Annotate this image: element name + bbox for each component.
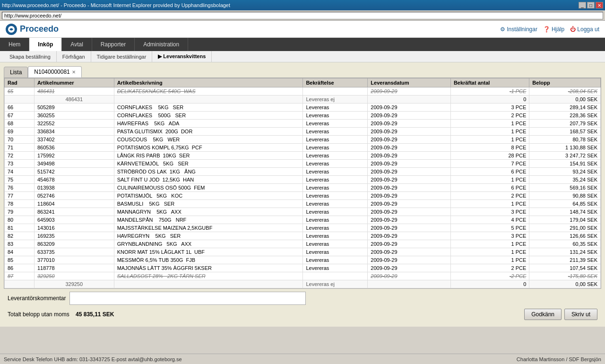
print-button[interactable]: Skriv ut [564,309,597,320]
cell-antal: 6 PCE [450,168,529,176]
cell-rad: 84 [5,248,35,256]
cell-artikelnummer: 169235 [34,232,114,240]
table-row: 68 322552 HAVREFRAS 5KG ADA Levereras 20… [5,120,601,128]
sub-nav-tidigare[interactable]: Tidigare beställningar [91,51,153,62]
cell-bekraftelse: Levereras [303,264,368,272]
cell-datum: 2009-09-29 [368,168,451,176]
cell-antal: 0 [450,280,529,288]
cell-belopp: 1 130,88 SEK [529,144,601,152]
cell-belopp: 148,74 SEK [529,208,601,216]
sub-nav-skapa[interactable]: Skapa beställning [4,51,57,62]
cell-datum: 2009-09-29 [368,160,451,168]
cell-rad: 82 [5,232,35,240]
cell-beskrivning: KÄRNVETEMJÖL 5KG SER [114,160,303,168]
leverantor-row: Leverantörskommentar [8,292,597,305]
cell-rad: 66 [5,104,35,112]
cell-artikelnummer: 118778 [34,264,114,272]
cell-belopp: 107,54 SEK [529,264,601,272]
logo-icon [6,24,17,35]
leverantor-input[interactable] [69,292,306,305]
sub-nav-leverans[interactable]: ▶ Leveranskvittens [152,51,212,62]
cell-datum: 2009-09-29 [368,224,451,232]
nav-bar: Hem Inköp Avtal Rapporter Administration [0,38,605,51]
nav-item-inkop[interactable]: Inköp [29,38,62,51]
nav-item-rapporter[interactable]: Rapporter [92,38,135,51]
cell-rad: 87 [5,272,35,280]
cell-artikelnummer: 336834 [34,128,114,136]
settings-icon: ⚙ [500,26,505,33]
cell-antal: 6 PCE [450,184,529,192]
address-input[interactable]: http://www.proceedo.net/ [2,12,603,19]
table-scroll[interactable]: Rad Artikelnummer Artikelbeskrivning Bek… [4,78,601,288]
content-area: Lista N1040000081 ✕ Rad Artikelnummer Ar… [0,62,605,327]
cell-belopp: 35,24 SEK [529,176,601,184]
table-row: 71 860536 POTATISMOS KOMPL 6,75KG PCF Le… [5,144,601,152]
table-row: 73 349498 KÄRNVETEMJÖL 5KG SER Levereras… [5,160,601,168]
logout-action[interactable]: ⏻ Logga ut [570,26,599,33]
cell-artikelnummer: 322552 [34,120,114,128]
cell-datum: 2009-09-29 [368,272,451,280]
cell-bekraftelse: Levereras [303,120,368,128]
nav-item-hem[interactable]: Hem [0,38,29,51]
help-icon: ❓ [543,26,550,33]
nav-item-avtal[interactable]: Avtal [62,38,92,51]
tab-lista-label: Lista [10,69,22,76]
window-controls[interactable]: _ □ ✕ [579,2,603,9]
table-row: 70 337402 COUSCOUS 5KG WER Levereras 200… [5,136,601,144]
cell-antal: 4 PCE [450,216,529,224]
settings-action[interactable]: ⚙ Inställningar [500,26,537,33]
cell-belopp: 179,04 SEK [529,216,601,224]
nav-item-administration[interactable]: Administration [135,38,188,51]
cell-artikelnummer: 329250 [34,272,114,280]
cell-beskrivning: DELIKATESKNÄCKE 540G WAS [114,87,303,95]
cell-antal: -1 PCE [450,87,529,95]
table-row: 87 329250 SALLADSOST 28% 2KG TÄRN SER 20… [5,272,601,280]
col-artikelbeskrivning: Artikelbeskrivning [114,78,303,87]
cell-bekraftelse [303,272,368,280]
cell-antal: 2 PCE [450,192,529,200]
cell-beskrivning: CORNFLAKES 500G SER [114,112,303,120]
cell-artikelnummer: 175992 [34,152,114,160]
cell-datum [368,280,451,288]
cell-datum: 2009-09-29 [368,112,451,120]
cell-bekraftelse: Levereras [303,184,368,192]
cell-rad: 65 [5,87,35,95]
approve-button[interactable]: Godkänn [524,309,562,320]
maximize-button[interactable]: □ [587,2,595,9]
tab-close-icon[interactable]: ✕ [72,69,76,75]
close-button[interactable]: ✕ [596,2,603,9]
total-row: Totalt belopp utan moms 45 835,11 SEK Go… [8,309,597,320]
table-row: 81 143016 MAJSSTÄRKELSE MAIZENA 2,5KGUBF… [5,224,601,232]
total-amount: 45 835,11 SEK [76,311,114,318]
cell-antal: 7 PCE [450,160,529,168]
table-header: Rad Artikelnummer Artikelbeskrivning Bek… [5,78,601,87]
cell-rad: 74 [5,168,35,176]
cell-antal: 1 PCE [450,256,529,264]
tab-order[interactable]: N1040000081 ✕ [28,66,81,78]
window-title-text: http://www.proceedo.net/ - Proceedo - Mi… [2,2,230,8]
cell-bekraftelse: Levereras [303,160,368,168]
cell-belopp: 289,14 SEK [529,104,601,112]
minimize-button[interactable]: _ [579,2,586,9]
sub-nav-forfragning[interactable]: Förfrågan [57,51,91,62]
cell-artikelnummer: 377010 [34,256,114,264]
cell-datum: 2009-09-29 [368,184,451,192]
cell-beskrivning [114,280,303,288]
tab-lista[interactable]: Lista [4,67,28,78]
cell-belopp: 228,36 SEK [529,112,601,120]
table-row: 78 118604 BASMUSLI 5KG SER Levereras 200… [5,200,601,208]
cell-artikelnummer: 863209 [34,240,114,248]
table-row: 86 118778 MAJONNÄS LÄTT 35% ÄGGFRI 5KSER… [5,264,601,272]
action-buttons: Godkänn Skriv ut [524,309,597,320]
leverantor-label: Leverantörskommentar [8,295,66,302]
cell-datum: 2009-09-29 [368,144,451,152]
cell-bekraftelse: Levereras [303,168,368,176]
table-row: 486431 Levereras ej 0 0,00 SEK [5,95,601,104]
cell-artikelnummer: 052746 [34,192,114,200]
cell-antal: 1 PCE [450,128,529,136]
order-table: Rad Artikelnummer Artikelbeskrivning Bek… [4,78,601,288]
help-action[interactable]: ❓ Hjälp [543,26,564,33]
cell-beskrivning: GRYNBLANDNING 5KG AXX [114,240,303,248]
cell-antal: 3 PCE [450,232,529,240]
cell-rad [5,280,35,288]
